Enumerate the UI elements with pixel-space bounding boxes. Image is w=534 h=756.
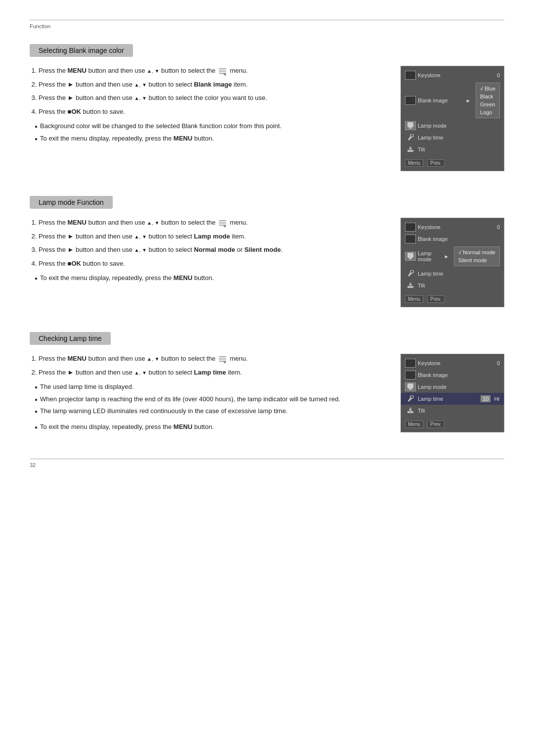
submenu-lamp: √ Normal mode Silent mode <box>454 246 500 266</box>
menu-icon-tilt-time <box>405 406 416 415</box>
menu-text-lamptime: Lamp time <box>418 135 500 141</box>
lamp-svg-time <box>406 383 414 390</box>
bullet-blank-2: To exit the menu display, repeatedly, pr… <box>35 134 386 143</box>
menu-text-keystone-lamp: Keystone <box>418 224 493 230</box>
menu-text-tilt-lamp: Tilt <box>418 283 500 288</box>
triangle-2: ▲, ▼ <box>134 82 147 88</box>
instructions-blank-image: Press the MENU button and then use ▲, ▼ … <box>30 66 386 171</box>
bullet-time-1: The used lamp time is displayed. <box>35 382 386 392</box>
menu-box-time: Keystone 0 Blank image <box>400 354 504 432</box>
step-1-lamp: Press the MENU button and then use ▲, ▼ … <box>39 218 386 228</box>
menu-arrow-lamp: ► <box>444 254 449 259</box>
menu-text-lampmode-time: Lamp mode <box>418 384 500 390</box>
single-bullet-time: To exit the menu display, repeatedly, pr… <box>30 422 386 432</box>
svg-marker-9 <box>409 146 412 149</box>
triangle-time-2: ▲, ▼ <box>134 370 147 376</box>
tilt-svg-lamp <box>406 282 414 289</box>
menu-row-lampmode-lamp: Lamp mode ► √ Normal mode Silent mode <box>401 245 504 268</box>
menu-icon-lampmode-lamp <box>405 252 416 261</box>
svg-rect-0 <box>219 68 226 69</box>
svg-rect-23 <box>407 383 413 388</box>
triangle-lamp-1: ▲, ▼ <box>147 220 159 226</box>
menu-footer-prev-time: Prev. <box>427 421 445 428</box>
bold-blank-image: Blank image <box>194 81 232 88</box>
svg-point-16 <box>410 270 413 273</box>
single-bullet-time-1: To exit the menu display, repeatedly, pr… <box>35 422 386 432</box>
steps-lamp-mode: Press the MENU button and then use ▲, ▼ … <box>30 218 386 268</box>
triangle-time-1: ▲, ▼ <box>147 356 159 362</box>
menu-icon-lampmode-time <box>405 382 416 391</box>
menu-row-lamptime-lamp: Lamp time <box>401 268 504 280</box>
page: Function Selecting Blank image color Pre… <box>0 0 534 498</box>
svg-rect-26 <box>407 411 413 413</box>
bold-menu-lamp: MENU <box>68 219 87 226</box>
submenu-black: Black <box>480 93 495 100</box>
bold-lamp-time: Lamp time <box>194 369 226 376</box>
section-lamp-mode: Lamp mode Function Press the MENU button… <box>30 196 504 307</box>
wrench-svg-time <box>406 395 414 402</box>
svg-point-25 <box>410 395 413 398</box>
svg-rect-14 <box>407 253 413 258</box>
menu-footer-prev-lamp: Prev. <box>427 295 445 303</box>
triangle-1: ▲, ▼ <box>147 68 159 74</box>
submenu-blank: √ Blue Black Green Logo <box>476 83 500 118</box>
section-blank-image: Selecting Blank image color Press the ME… <box>30 44 504 171</box>
section-label: Function <box>30 23 504 29</box>
lamp-time-unit: Hr <box>494 396 500 402</box>
bold-silent-mode: Silent mode <box>244 246 281 253</box>
menu-box-lamp: Keystone 0 Blank image <box>400 218 504 307</box>
menu-row-keystone: Keystone 0 <box>401 69 504 81</box>
step-2-time: Press the ► button and then use ▲, ▼ but… <box>39 368 386 378</box>
menu-screenshot-time: Keystone 0 Blank image <box>400 354 504 434</box>
menu-row-keystone-time: Keystone 0 <box>401 357 504 369</box>
menu-footer-menu-time: Menu <box>405 421 423 428</box>
menu-footer-blank: Menu Prev. <box>401 157 504 168</box>
menu-row-lampmode-time: Lamp mode <box>401 381 504 393</box>
menu-box-blank: Keystone 0 Blank image ► √ Blue Black Gr… <box>400 66 504 171</box>
tilt-svg-time <box>406 407 414 414</box>
svg-rect-8 <box>407 150 413 152</box>
wrench-icon-svg <box>406 134 414 141</box>
svg-rect-17 <box>407 286 413 288</box>
menu-icon-blank-lamp <box>405 235 416 243</box>
menu-footer-time: Menu Prev. <box>401 419 504 429</box>
menu-text-blank-lamp: Blank image <box>418 236 500 242</box>
svg-rect-15 <box>409 258 412 259</box>
bullets-time: The used lamp time is displayed. When pr… <box>30 382 386 416</box>
menu-icon-keystone-lamp <box>405 223 416 232</box>
menu-icon-lampmode <box>405 121 416 130</box>
svg-rect-11 <box>219 222 226 223</box>
triangle-lamp-3: ▲, ▼ <box>134 247 147 253</box>
bold-menu-time: MENU <box>68 355 87 362</box>
content-area-lamp-time: Press the MENU button and then use ▲, ▼ … <box>30 354 504 434</box>
svg-point-22 <box>224 361 226 363</box>
top-rule <box>30 20 504 20</box>
menu-icon-tilt <box>405 145 416 154</box>
submenu-normal: √ Normal mode <box>458 248 495 256</box>
section-lamp-time: Checking Lamp time Press the MENU button… <box>30 332 504 434</box>
menu-val-keystone: 0 <box>497 72 500 78</box>
submenu-green: Green <box>480 100 495 108</box>
menu-text-blank-time: Blank image <box>418 372 500 378</box>
bold-menu: MENU <box>68 67 87 74</box>
bullet-lamp-1: To exit the menu display, repeatedly, pr… <box>35 273 386 283</box>
tilt-icon-svg <box>406 146 414 153</box>
lamp-time-value: 10 <box>481 395 490 402</box>
svg-line-4 <box>225 75 226 76</box>
submenu-blue: √ Blue <box>480 85 495 93</box>
menu-footer-prev: Prev. <box>427 159 445 167</box>
triangle-3: ▲, ▼ <box>134 95 147 101</box>
content-area-blank-image: Press the MENU button and then use ▲, ▼ … <box>30 66 504 171</box>
svg-marker-27 <box>409 407 412 411</box>
bold-lamp-mode: Lamp mode <box>194 233 230 240</box>
content-area-lamp-mode: Press the MENU button and then use ▲, ▼ … <box>30 218 504 307</box>
menu-val-keystone-time: 0 <box>497 360 500 366</box>
steps-lamp-time: Press the MENU button and then use ▲, ▼ … <box>30 354 386 377</box>
step-1-blank: Press the MENU button and then use ▲, ▼ … <box>39 66 386 76</box>
menu-text-lamptime-time: Lamp time <box>418 396 476 402</box>
bottom-rule <box>30 459 504 459</box>
page-number: 32 <box>30 462 504 468</box>
bullet-time-3: The lamp warning LED illuminates red con… <box>35 406 386 416</box>
menu-row-blank-lamp: Blank image <box>401 233 504 245</box>
bullet-time-2: When projector lamp is reaching the end … <box>35 394 386 404</box>
